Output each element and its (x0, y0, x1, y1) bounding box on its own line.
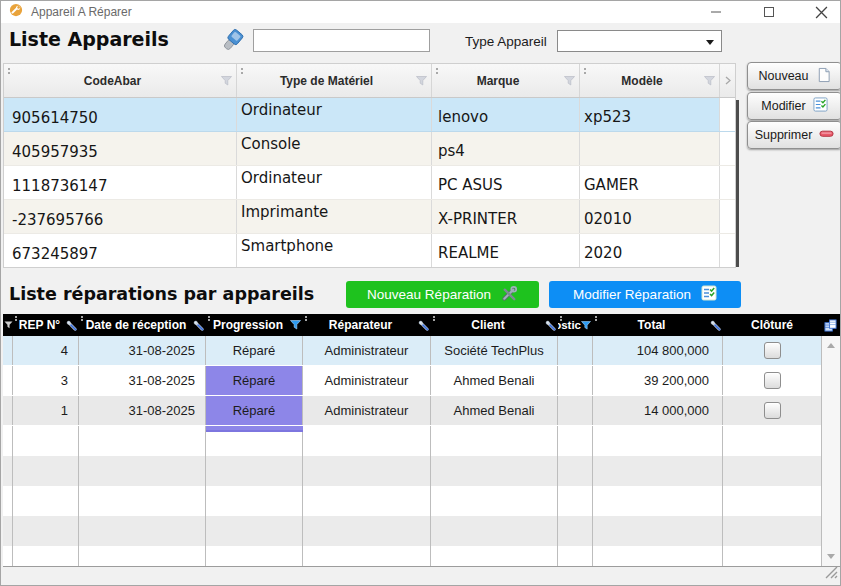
cell-total: 14 000,000 (593, 396, 723, 425)
empty-cell (13, 426, 79, 456)
resize-grip[interactable] (825, 565, 838, 583)
column-label: Réparateur (303, 318, 418, 332)
scrollbar-thumb[interactable] (736, 100, 739, 267)
empty-cell (206, 456, 303, 486)
empty-cell (593, 456, 723, 486)
cell-filler (720, 234, 735, 267)
wrench-badge-icon (9, 3, 23, 21)
nouveau-reparation-button[interactable]: Nouveau Réparation (346, 281, 539, 308)
empty-cell (431, 516, 558, 546)
cell-modele (580, 132, 720, 165)
key-icon (545, 320, 556, 331)
cloture-checkbox[interactable] (764, 402, 781, 419)
reparation-row[interactable]: 4 31-08-2025 Réparé Administrateur Socié… (3, 336, 840, 366)
appareil-row[interactable]: 1118736147 Ordinateur PC ASUS GAMER (4, 166, 735, 200)
barcode-scanner-icon (219, 27, 246, 58)
app-window: Appareil A Réparer Liste Appareils Type … (0, 0, 841, 586)
cell-type: Console (237, 132, 432, 165)
column-header-marque[interactable]: Marque (432, 64, 580, 97)
filter-funnel-icon[interactable] (704, 76, 715, 86)
empty-cell (13, 486, 79, 516)
column-header-client[interactable]: Client (431, 314, 558, 336)
button-label: Modifier (761, 99, 805, 113)
cell-codeabar: 405957935 (4, 132, 237, 165)
column-label: Diagnostic (558, 319, 581, 331)
appareil-row[interactable]: 405957935 Console ps4 (4, 132, 735, 166)
column-header-rep[interactable]: REP N° (13, 314, 79, 336)
empty-cell (431, 426, 558, 456)
reparation-row[interactable]: 3 31-08-2025 Réparé Administrateur Ahmed… (3, 366, 840, 396)
cell-codeabar: 673245897 (4, 234, 237, 267)
empty-cell (206, 546, 303, 567)
modifier-reparation-button[interactable]: Modifier Réparation (549, 281, 741, 308)
empty-cell (558, 516, 593, 546)
cloture-checkbox[interactable] (764, 342, 781, 359)
maximize-button[interactable] (762, 6, 775, 19)
cell-date: 31-08-2025 (79, 366, 206, 395)
column-header-diagnostic[interactable]: Diagnostic (558, 314, 593, 336)
column-label: Total (593, 318, 710, 332)
cell-client: Société TechPlus (431, 336, 558, 365)
close-button[interactable] (815, 6, 828, 19)
scroll-down-icon[interactable] (827, 554, 835, 559)
reparations-grid-header: REP N° Date de réception Progression Rép… (3, 314, 840, 336)
column-header-date[interactable]: Date de réception (79, 314, 206, 336)
cell-codeabar: -237695766 (4, 200, 237, 233)
header-filter-corner[interactable] (3, 314, 13, 336)
column-header-cloture[interactable]: Clôturé (723, 314, 821, 336)
appareil-row[interactable]: 905614750 Ordinateur lenovo xp523 (4, 98, 735, 132)
filter-funnel-icon[interactable] (416, 76, 427, 86)
minimize-button[interactable] (709, 6, 722, 19)
cell-rep: 4 (13, 336, 79, 365)
scroll-up-icon[interactable] (827, 343, 835, 348)
window-title: Appareil A Réparer (31, 5, 132, 19)
reparation-row[interactable]: 1 31-08-2025 Réparé Administrateur Ahmed… (3, 396, 840, 426)
cell-filler (720, 200, 735, 233)
cell-reparateur: Administrateur (303, 366, 431, 395)
grid-scroll-corner[interactable] (720, 64, 735, 97)
column-header-codeabar[interactable]: CodeAbar (4, 64, 237, 97)
appareil-row[interactable]: 673245897 Smartphone REALME 2020 (4, 234, 735, 268)
button-label: Nouveau Réparation (367, 287, 491, 302)
column-label: Client (431, 318, 545, 332)
modifier-button[interactable]: Modifier (747, 92, 841, 120)
column-label: Date de réception (79, 318, 193, 332)
cell-filler (720, 132, 735, 165)
red-dash-icon (819, 126, 834, 144)
empty-cell (558, 456, 593, 486)
cell-marque: PC ASUS (432, 166, 580, 199)
column-chooser-icon[interactable] (821, 314, 840, 336)
filter-funnel-icon[interactable] (581, 321, 591, 330)
empty-cell (3, 516, 13, 546)
vertical-scrollbar[interactable] (821, 336, 840, 566)
column-header-total[interactable]: Total (593, 314, 723, 336)
empty-cell (593, 516, 723, 546)
filter-funnel-icon[interactable] (221, 76, 232, 86)
button-label: Modifier Réparation (573, 287, 691, 302)
appareils-title: Liste Appareils (9, 28, 169, 50)
column-header-type-materiel[interactable]: Type de Matériel (237, 64, 432, 97)
column-header-reparateur[interactable]: Réparateur (303, 314, 431, 336)
empty-cell (3, 486, 13, 516)
filter-funnel-icon[interactable] (564, 76, 575, 86)
column-header-progression[interactable]: Progression (206, 314, 303, 336)
supprimer-button[interactable]: Supprimer (747, 121, 841, 149)
cell-diagnostic (558, 396, 593, 425)
column-header-modele[interactable]: Modèle (580, 64, 720, 97)
type-appareil-select[interactable] (557, 30, 722, 52)
nouveau-button[interactable]: Nouveau (747, 62, 841, 90)
cloture-checkbox[interactable] (764, 372, 781, 389)
filter-funnel-icon[interactable] (290, 320, 301, 330)
empty-cell (3, 546, 13, 567)
appareil-row[interactable]: -237695766 Imprimante X-PRINTER 02010 (4, 200, 735, 234)
cell-marque: X-PRINTER (432, 200, 580, 233)
reparations-title: Liste réparations par appareils (9, 284, 314, 304)
cell-marque: lenovo (432, 98, 580, 131)
cell-indicator (3, 396, 13, 425)
column-label: Marque (432, 74, 564, 88)
empty-row (3, 516, 840, 546)
cell-marque: REALME (432, 234, 580, 267)
tools-icon (501, 285, 518, 305)
empty-cell (558, 486, 593, 516)
codeabar-search-input[interactable] (253, 29, 430, 52)
